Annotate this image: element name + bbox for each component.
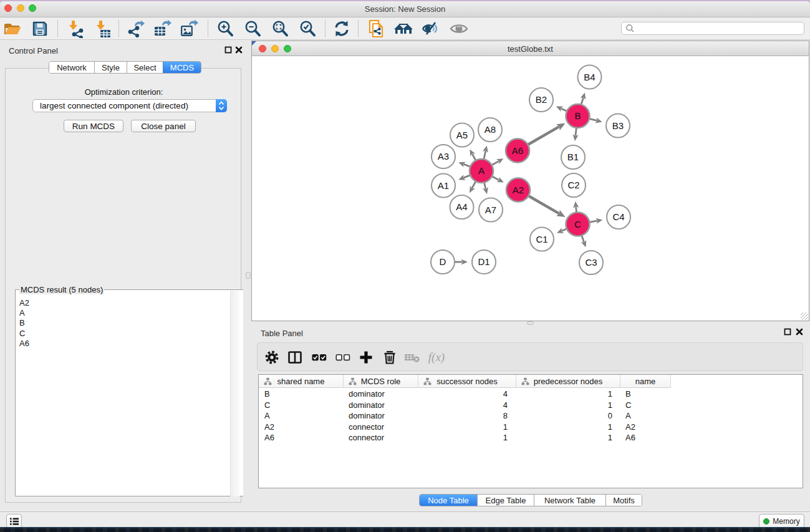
- column-header-MCDS-role[interactable]: MCDS role: [344, 375, 418, 388]
- graph-node-label-C1: C1: [536, 234, 547, 244]
- table-cell[interactable]: 8: [418, 410, 508, 422]
- network-files-icon[interactable]: [367, 19, 387, 38]
- table-cell[interactable]: dominator: [349, 400, 418, 411]
- first-neighbors-icon[interactable]: [393, 19, 413, 38]
- table-cell[interactable]: C: [625, 400, 671, 411]
- table-cell[interactable]: connector: [349, 422, 418, 433]
- refresh-icon[interactable]: [332, 19, 352, 38]
- import-table-icon[interactable]: [92, 19, 112, 38]
- run-mcds-button[interactable]: Run MCDS: [64, 120, 123, 132]
- select-all-columns-icon[interactable]: [310, 348, 329, 367]
- table-cell[interactable]: 1: [516, 432, 612, 443]
- mcds-result-item[interactable]: C: [16, 329, 231, 339]
- zoom-out-icon[interactable]: [243, 19, 263, 38]
- zoom-in-icon[interactable]: [215, 19, 235, 38]
- zoom-fit-icon[interactable]: [270, 19, 290, 38]
- column-header-shared-name[interactable]: shared name: [259, 375, 344, 388]
- table-cell[interactable]: 4: [418, 389, 508, 400]
- table-cell[interactable]: B: [264, 389, 344, 400]
- export-image-icon[interactable]: [179, 19, 199, 38]
- delete-table-icon[interactable]: [403, 348, 422, 367]
- app-window: Session: New Session: [0, 1, 810, 528]
- function-builder-icon[interactable]: f(x): [423, 348, 450, 367]
- edge-A6-B[interactable]: [527, 127, 559, 145]
- edge-A2-C[interactable]: [528, 195, 559, 213]
- table-cell[interactable]: A2: [264, 422, 344, 433]
- memory-button[interactable]: Memory: [759, 514, 804, 528]
- table-cell[interactable]: dominator: [349, 389, 418, 400]
- float-table-panel-icon[interactable]: [783, 327, 792, 336]
- add-column-icon[interactable]: [357, 348, 375, 367]
- tab-style[interactable]: Style: [94, 62, 127, 73]
- network-view-window: testGlobe.txt AA1A2A3A4A5A6A7A8BB1B2B3B4…: [251, 41, 809, 321]
- show-all-icon[interactable]: [449, 19, 469, 38]
- table-cell[interactable]: 1: [516, 389, 612, 400]
- delete-column-icon[interactable]: [380, 348, 399, 367]
- export-network-icon[interactable]: [126, 19, 146, 38]
- graph-node-label-B2: B2: [536, 94, 547, 105]
- table-panel-tabs: Node TableEdge TableNetwork TableMotifs: [419, 494, 642, 506]
- table-cell[interactable]: A2: [625, 422, 671, 433]
- tab-edge-table[interactable]: Edge Table: [477, 495, 534, 506]
- mcds-result-list[interactable]: A2ABCA6: [16, 298, 231, 349]
- split-columns-icon[interactable]: [286, 348, 304, 367]
- table-cell[interactable]: A6: [625, 432, 671, 443]
- resize-grip-icon[interactable]: [801, 312, 808, 320]
- table-cell[interactable]: connector: [349, 432, 418, 443]
- column-header-name[interactable]: name: [620, 375, 671, 388]
- graph-node-label-C: C: [574, 219, 581, 230]
- close-table-panel-icon[interactable]: [795, 327, 804, 336]
- close-panel-button[interactable]: Close panel: [131, 120, 196, 132]
- table-cell[interactable]: B: [625, 389, 671, 400]
- tab-mcds[interactable]: MCDS: [163, 62, 201, 73]
- tab-network-table[interactable]: Network Table: [534, 495, 605, 506]
- table-cell[interactable]: C: [264, 400, 344, 411]
- table-cell[interactable]: 1: [516, 400, 612, 411]
- export-table-icon[interactable]: [152, 19, 172, 38]
- vertical-split-handle[interactable]: [246, 272, 251, 279]
- graph-node-label-B1: B1: [567, 152, 579, 162]
- criterion-dropdown[interactable]: largest connected component (directed): [32, 99, 227, 112]
- tab-motifs[interactable]: Motifs: [605, 495, 642, 506]
- save-session-icon[interactable]: [30, 19, 50, 38]
- function-builder-label: f(x): [428, 351, 445, 364]
- table-cell[interactable]: 1: [418, 422, 508, 433]
- search-input[interactable]: [635, 23, 804, 34]
- memory-status-icon: [763, 518, 769, 525]
- table-cell[interactable]: 1: [516, 422, 612, 433]
- close-panel-icon[interactable]: [234, 46, 243, 54]
- hide-selected-icon[interactable]: [421, 19, 441, 38]
- table-settings-icon[interactable]: [263, 348, 281, 367]
- mcds-result-item[interactable]: B: [16, 318, 231, 328]
- toolbar-separator: [118, 20, 119, 37]
- network-window-title: testGlobe.txt: [252, 44, 809, 54]
- table-cell[interactable]: A: [264, 410, 344, 422]
- table-cell[interactable]: A: [625, 410, 671, 422]
- table-cell[interactable]: 0: [516, 410, 612, 422]
- zoom-selected-icon[interactable]: [297, 19, 317, 38]
- table-cell[interactable]: dominator: [349, 410, 418, 422]
- show-panels-button[interactable]: [6, 514, 22, 528]
- table-panel-title: Table Panel: [261, 329, 303, 338]
- column-header-label: shared name: [259, 377, 343, 386]
- tab-node-table[interactable]: Node Table: [420, 495, 477, 506]
- table-cell[interactable]: 1: [418, 432, 508, 443]
- network-canvas[interactable]: AA1A2A3A4A5A6A7A8BB1B2B3B4CC1C2C3C4DD1: [253, 57, 809, 321]
- column-header-successor-nodes[interactable]: successor nodes: [418, 375, 516, 388]
- mcds-result-item[interactable]: A6: [16, 339, 231, 349]
- mcds-result-item[interactable]: A2: [16, 298, 231, 308]
- network-window-titlebar[interactable]: testGlobe.txt: [252, 41, 809, 56]
- table-cell[interactable]: 4: [418, 400, 508, 411]
- table-cell[interactable]: A6: [264, 432, 344, 443]
- column-header-predecessor-nodes[interactable]: predecessor nodes: [516, 375, 620, 388]
- search-field[interactable]: [621, 22, 804, 35]
- tab-network[interactable]: Network: [49, 62, 94, 73]
- float-panel-icon[interactable]: [224, 46, 233, 54]
- tab-select[interactable]: Select: [127, 62, 163, 73]
- import-network-icon[interactable]: [65, 19, 85, 38]
- mcds-result-item[interactable]: A: [16, 308, 231, 318]
- open-session-icon[interactable]: [2, 19, 22, 38]
- result-scrollbar[interactable]: [230, 291, 239, 496]
- deselect-all-columns-icon[interactable]: [334, 348, 352, 367]
- graph-node-label-B3: B3: [612, 120, 624, 131]
